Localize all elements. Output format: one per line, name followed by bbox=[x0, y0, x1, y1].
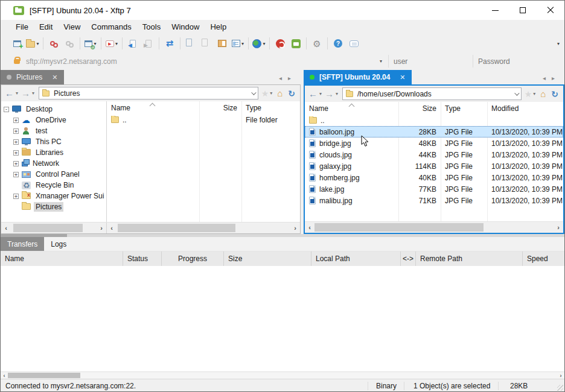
address-dropdown-icon[interactable]: ▾ bbox=[380, 58, 382, 64]
forward-button[interactable]: → bbox=[20, 89, 31, 98]
file-row-bridge[interactable]: bridge.jpg 48KB JPG File 10/13/2020, 10:… bbox=[305, 138, 563, 149]
user-input[interactable] bbox=[389, 57, 473, 66]
transfer-col-local-path[interactable]: Local Path bbox=[311, 251, 401, 266]
file-row-homberg[interactable]: homberg.jpg 40KB JPG File 10/13/2020, 10… bbox=[305, 172, 563, 183]
password-input[interactable] bbox=[473, 57, 555, 66]
transfer-button[interactable]: ⇄ bbox=[162, 36, 177, 51]
transfer-col-speed[interactable]: Speed bbox=[523, 251, 564, 266]
file-row-lake[interactable]: lake.jpg 77KB JPG File 10/13/2020, 10:39… bbox=[305, 183, 563, 195]
scroll-thumb[interactable] bbox=[314, 223, 484, 232]
transfer-col-direction[interactable]: <-> bbox=[401, 251, 416, 266]
local-tab[interactable]: Pictures ✕ bbox=[1, 70, 64, 84]
scroll-right-icon[interactable]: › bbox=[290, 223, 300, 233]
transfer-col-remote-path[interactable]: Remote Path bbox=[416, 251, 523, 266]
transfer-col-name[interactable]: Name bbox=[1, 251, 123, 266]
menu-edit[interactable]: Edit bbox=[34, 21, 58, 33]
column-header-size[interactable]: Size bbox=[398, 104, 441, 113]
horizontal-splitter[interactable] bbox=[1, 234, 564, 237]
menu-file[interactable]: File bbox=[10, 21, 34, 33]
expander-icon[interactable]: + bbox=[13, 161, 19, 166]
transfer-col-status[interactable]: Status bbox=[123, 251, 162, 266]
scroll-thumb[interactable] bbox=[13, 224, 83, 232]
scroll-left-icon[interactable]: ‹ bbox=[305, 222, 314, 233]
tree-item-pictures[interactable]: Pictures bbox=[1, 201, 106, 212]
file-row-clouds[interactable]: clouds.jpg 44KB JPG File 10/13/2020, 10:… bbox=[305, 149, 563, 160]
toolbar-overflow-icon[interactable]: ▾ bbox=[557, 41, 560, 46]
file-row-malibu[interactable]: malibu.jpg 71KB JPG File 10/13/2020, 10:… bbox=[305, 195, 563, 206]
remote-tab[interactable]: [SFTP] Ubuntu 20.04 ✕ bbox=[304, 70, 412, 84]
scroll-right-icon[interactable]: › bbox=[554, 222, 563, 233]
transfer-col-progress[interactable]: Progress bbox=[162, 251, 224, 266]
settings-button[interactable]: ⚙ bbox=[310, 36, 324, 51]
new-session-button[interactable]: + bbox=[10, 36, 24, 51]
expander-icon[interactable]: + bbox=[13, 128, 19, 134]
menu-tools[interactable]: Tools bbox=[137, 21, 166, 33]
expander-icon[interactable]: + bbox=[13, 139, 19, 145]
file-row-up[interactable]: .. File folder bbox=[107, 114, 300, 125]
column-header-type[interactable]: Type bbox=[441, 104, 487, 113]
chevron-down-icon[interactable] bbox=[514, 90, 519, 95]
help-button[interactable]: ? bbox=[331, 36, 345, 51]
file-row-up[interactable]: .. bbox=[305, 115, 563, 126]
column-header-size[interactable]: Size bbox=[199, 104, 241, 112]
home-button[interactable]: ⌂ bbox=[277, 88, 282, 98]
tab-scroll-arrows-icon[interactable]: ◂▸ bbox=[543, 75, 561, 81]
home-button[interactable]: ⌂ bbox=[540, 89, 546, 99]
column-header-type[interactable]: Type bbox=[241, 104, 300, 112]
chevron-down-icon[interactable] bbox=[251, 90, 256, 95]
menu-view[interactable]: View bbox=[58, 21, 86, 33]
remote-list-hscrollbar[interactable]: ‹ › bbox=[305, 222, 563, 233]
feedback-button[interactable] bbox=[346, 36, 361, 51]
folder-sync-button[interactable] bbox=[215, 36, 229, 51]
back-history-icon[interactable]: ▾ bbox=[16, 90, 18, 96]
scroll-right-icon[interactable]: › bbox=[97, 223, 106, 233]
expander-icon[interactable]: + bbox=[13, 172, 19, 177]
tree-item-network[interactable]: +Network bbox=[1, 158, 106, 169]
tree-item-this-pc[interactable]: +This PC bbox=[1, 136, 106, 147]
scroll-right-icon[interactable]: › bbox=[557, 372, 564, 379]
tree-item-test[interactable]: +test bbox=[1, 125, 106, 136]
scroll-left-icon[interactable]: ‹ bbox=[1, 223, 11, 233]
forward-button[interactable]: → bbox=[324, 89, 335, 98]
local-list-hscrollbar[interactable]: ‹ › bbox=[107, 223, 300, 233]
tree-item-desktop[interactable]: -Desktop bbox=[1, 104, 106, 115]
favorites-button[interactable]: ★ bbox=[261, 89, 269, 98]
scroll-left-icon[interactable]: ‹ bbox=[1, 372, 8, 379]
address-combo[interactable]: sftp://mysvr2.netsarang.com ▾ bbox=[26, 55, 388, 68]
scroll-thumb[interactable] bbox=[118, 224, 235, 232]
file-row-balloon[interactable]: balloon.jpg 28KB JPG File 10/13/2020, 10… bbox=[305, 126, 563, 138]
file-row-galaxy[interactable]: galaxy.jpg 114KB JPG File 10/13/2020, 10… bbox=[305, 160, 563, 172]
favorites-dropdown-icon[interactable]: ▾ bbox=[533, 91, 535, 96]
dropdown-caret-icon[interactable]: ▾ bbox=[263, 41, 265, 46]
column-header-modified[interactable]: Modified bbox=[487, 104, 563, 113]
close-button[interactable] bbox=[537, 1, 564, 20]
local-path-combo[interactable]: Pictures bbox=[39, 87, 258, 100]
tree-item-xmanager[interactable]: +Xmanager Power Sui bbox=[1, 191, 106, 201]
expander-icon[interactable]: + bbox=[13, 118, 19, 123]
resize-grip[interactable] bbox=[557, 385, 563, 391]
minimize-button[interactable] bbox=[481, 1, 509, 20]
tree-item-libraries[interactable]: +Libraries bbox=[1, 147, 106, 158]
tab-logs[interactable]: Logs bbox=[44, 237, 73, 251]
copy-button[interactable] bbox=[184, 36, 198, 51]
dropdown-caret-icon[interactable]: ▾ bbox=[36, 41, 39, 46]
expander-icon[interactable]: + bbox=[13, 194, 19, 199]
dropdown-caret-icon[interactable]: ▾ bbox=[115, 41, 118, 46]
dropdown-caret-icon[interactable]: ▾ bbox=[241, 41, 244, 46]
tree-item-control-panel[interactable]: +Control Panel bbox=[1, 169, 106, 180]
upload-button[interactable]: ◀ bbox=[126, 36, 140, 51]
reconnect-button[interactable] bbox=[62, 36, 77, 51]
tree-hscrollbar[interactable]: ‹ › bbox=[1, 223, 107, 233]
transfer-col-size[interactable]: Size bbox=[224, 251, 311, 266]
forward-history-icon[interactable]: ▾ bbox=[336, 91, 338, 96]
tree-item-onedrive[interactable]: +☁OneDrive bbox=[1, 115, 106, 125]
xshell-button[interactable] bbox=[273, 36, 287, 51]
tree-item-recycle-bin[interactable]: ♻Recycle Bin bbox=[1, 180, 106, 191]
back-button[interactable]: ← bbox=[4, 89, 15, 98]
scroll-left-icon[interactable]: ‹ bbox=[107, 223, 117, 233]
remote-tab-close-icon[interactable]: ✕ bbox=[400, 74, 405, 81]
menu-window[interactable]: Window bbox=[166, 21, 205, 33]
run-script-button[interactable]: ▶▾ bbox=[104, 36, 119, 51]
back-history-icon[interactable]: ▾ bbox=[319, 91, 322, 96]
forward-history-icon[interactable]: ▾ bbox=[32, 90, 34, 96]
